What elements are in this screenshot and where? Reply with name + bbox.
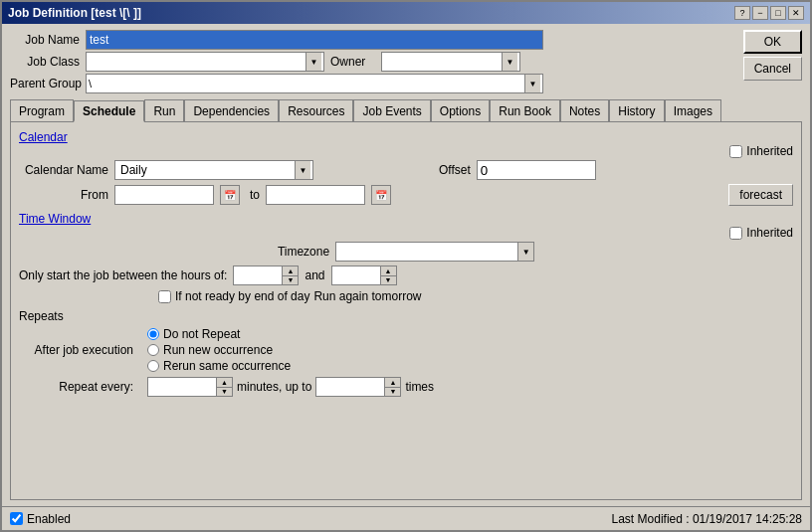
- hours-end-up[interactable]: ▲: [381, 266, 396, 276]
- do-not-repeat-label: Do not Repeat: [163, 327, 240, 341]
- tab-options[interactable]: Options: [431, 99, 490, 121]
- hours-start-up[interactable]: ▲: [283, 266, 298, 276]
- time-window-inherited-label: Inherited: [746, 226, 793, 240]
- run-new-occurrence-row: Run new occurrence: [147, 343, 291, 357]
- close-button[interactable]: ✕: [788, 6, 804, 20]
- offset-input[interactable]: [477, 160, 596, 180]
- job-name-label: Job Name: [10, 33, 80, 47]
- tab-run-book[interactable]: Run Book: [490, 99, 560, 121]
- repeat-every-label: Repeat every:: [19, 380, 133, 394]
- main-window: Job Definition [test \[\ ]] ? − □ ✕ OK C…: [0, 0, 812, 532]
- repeat-every-row: Repeat every: ▲ ▼ minutes, up to: [19, 377, 793, 397]
- repeat-times-up[interactable]: ▲: [385, 378, 400, 388]
- tab-dependencies[interactable]: Dependencies: [184, 99, 279, 121]
- to-input[interactable]: [266, 185, 365, 205]
- calendar-name-arrow[interactable]: ▼: [295, 161, 310, 179]
- run-new-occurrence-label: Run new occurrence: [163, 343, 273, 357]
- tab-resources[interactable]: Resources: [279, 99, 353, 121]
- repeat-minutes-combo: ▲ ▼: [147, 377, 233, 397]
- job-name-row: Job Name: [10, 30, 802, 50]
- tab-history[interactable]: History: [609, 99, 664, 121]
- tab-run[interactable]: Run: [144, 99, 184, 121]
- repeat-times-down[interactable]: ▼: [385, 388, 400, 397]
- repeat-minutes-up[interactable]: ▲: [217, 378, 232, 388]
- parent-group-select[interactable]: \ ▼: [86, 74, 543, 93]
- maximize-button[interactable]: □: [770, 6, 786, 20]
- hours-start-combo: ▲ ▼: [233, 266, 299, 285]
- help-button[interactable]: ?: [734, 6, 750, 20]
- owner-label: Owner: [330, 55, 375, 69]
- rerun-same-label: Rerun same occurrence: [163, 359, 291, 373]
- ok-button[interactable]: OK: [743, 30, 802, 54]
- rerun-same-row: Rerun same occurrence: [147, 359, 291, 373]
- rerun-same-radio[interactable]: [147, 360, 159, 372]
- from-to-row: From 📅 to 📅 forecast: [19, 184, 793, 206]
- hours-row: Only start the job between the hours of:…: [19, 266, 793, 285]
- forecast-button[interactable]: forecast: [728, 184, 793, 206]
- calendar-name-row: Calendar Name Daily ▼ Offset: [19, 160, 793, 180]
- if-not-ready-label: If not ready by end of day: [175, 289, 309, 303]
- repeat-radio-group: Do not Repeat Run new occurrence Rerun s…: [147, 327, 291, 373]
- window-title: Job Definition [test \[\ ]]: [8, 6, 141, 20]
- from-label: From: [19, 188, 108, 202]
- from-input[interactable]: [114, 185, 214, 205]
- repeat-times-input[interactable]: [315, 377, 385, 397]
- job-class-dropdown-arrow[interactable]: ▼: [305, 53, 321, 71]
- hours-end-combo: ▲ ▼: [331, 266, 397, 285]
- minimize-button[interactable]: −: [752, 6, 768, 20]
- job-class-select[interactable]: ▼: [86, 52, 324, 72]
- tab-notes[interactable]: Notes: [560, 99, 609, 121]
- owner-dropdown-arrow[interactable]: ▼: [502, 53, 517, 71]
- title-bar: Job Definition [test \[\ ]] ? − □ ✕: [2, 2, 810, 24]
- if-not-ready-row: If not ready by end of day Run again tom…: [158, 289, 793, 303]
- after-job-row: After job execution Do not Repeat Run ne…: [19, 327, 793, 373]
- repeats-header-row: Repeats: [19, 309, 793, 323]
- calendar-inherited-checkbox[interactable]: [729, 145, 742, 158]
- run-new-occurrence-radio[interactable]: [147, 344, 159, 356]
- last-modified: Last Modified : 01/19/2017 14:25:28: [612, 512, 802, 526]
- parent-group-label: Parent Group: [10, 77, 80, 90]
- time-window-inherited-row: Inherited: [19, 226, 793, 240]
- hours-end-input[interactable]: [331, 266, 381, 285]
- repeat-minutes-input[interactable]: [147, 377, 217, 397]
- time-window-inherited-checkbox[interactable]: [729, 227, 742, 240]
- hours-label: Only start the job between the hours of:: [19, 268, 227, 282]
- timezone-row: Timezone ▼: [19, 242, 793, 262]
- offset-label: Offset: [439, 163, 471, 177]
- job-class-label: Job Class: [10, 55, 80, 69]
- cancel-button[interactable]: Cancel: [743, 57, 802, 81]
- hours-end-down[interactable]: ▼: [381, 276, 396, 285]
- from-calendar-icon[interactable]: 📅: [220, 185, 240, 205]
- calendar-section-label[interactable]: Calendar: [19, 130, 68, 144]
- tab-job-events[interactable]: Job Events: [353, 99, 430, 121]
- do-not-repeat-radio[interactable]: [147, 328, 159, 340]
- parent-group-dropdown-arrow[interactable]: ▼: [524, 75, 540, 92]
- enabled-row: Enabled: [10, 512, 71, 526]
- calendar-name-select[interactable]: Daily ▼: [114, 160, 313, 180]
- owner-select[interactable]: ▼: [381, 52, 520, 72]
- hours-start-input[interactable]: [233, 266, 283, 285]
- do-not-repeat-row: Do not Repeat: [147, 327, 291, 341]
- tab-program[interactable]: Program: [10, 99, 74, 121]
- repeats-label: Repeats: [19, 309, 64, 323]
- repeat-minutes-down[interactable]: ▼: [217, 388, 232, 397]
- run-again-label: Run again tomorrow: [313, 289, 421, 303]
- minutes-label: minutes, up to: [237, 380, 311, 394]
- timezone-label: Timezone: [278, 245, 329, 259]
- after-job-label: After job execution: [19, 343, 133, 357]
- tab-schedule[interactable]: Schedule: [74, 100, 144, 122]
- to-label: to: [250, 188, 260, 202]
- time-window-label[interactable]: Time Window: [19, 212, 91, 226]
- schedule-tab-content: Calendar Inherited Calendar Name Daily ▼…: [10, 121, 802, 500]
- to-calendar-icon[interactable]: 📅: [371, 185, 391, 205]
- hours-start-down[interactable]: ▼: [283, 276, 298, 285]
- enabled-checkbox[interactable]: [10, 512, 23, 525]
- enabled-label: Enabled: [27, 512, 71, 526]
- job-name-input[interactable]: [86, 30, 543, 50]
- if-not-ready-checkbox[interactable]: [158, 290, 171, 303]
- timezone-select[interactable]: ▼: [335, 242, 534, 262]
- title-bar-controls: ? − □ ✕: [734, 6, 804, 20]
- tab-images[interactable]: Images: [665, 99, 721, 121]
- parent-group-row: Parent Group \ ▼: [10, 74, 802, 93]
- timezone-arrow[interactable]: ▼: [517, 243, 533, 261]
